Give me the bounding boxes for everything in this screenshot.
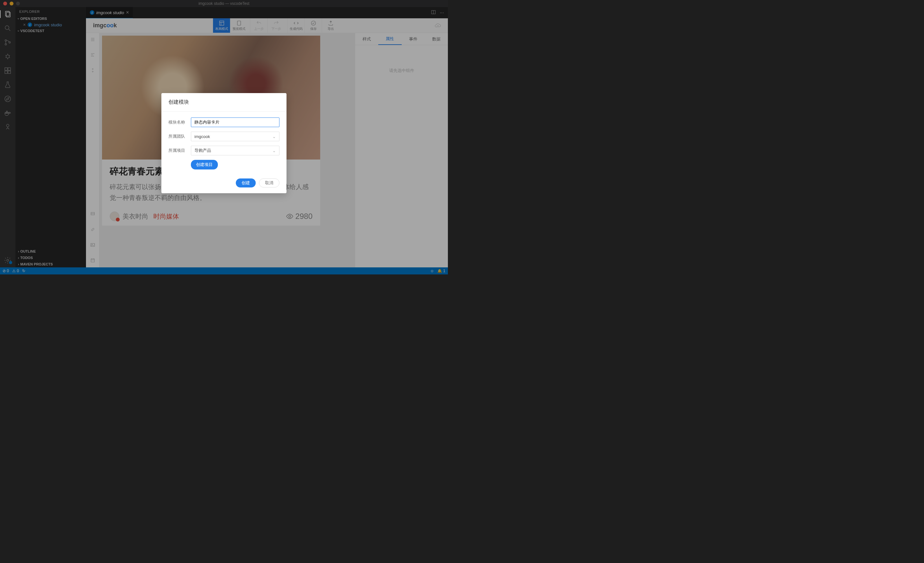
cancel-button[interactable]: 取消	[259, 179, 279, 188]
create-button[interactable]: 创建	[236, 179, 256, 188]
modal-overlay[interactable]: 创建模块 模块名称 所属团队 imgcook ⌄ 所属项目 导购产品 ⌄	[0, 0, 448, 275]
team-label: 所属团队	[168, 134, 188, 139]
create-project-button[interactable]: 创建项目	[191, 160, 218, 170]
project-label: 所属项目	[168, 148, 188, 153]
create-module-modal: 创建模块 模块名称 所属团队 imgcook ⌄ 所属项目 导购产品 ⌄	[161, 93, 286, 193]
chevron-down-icon: ⌄	[272, 134, 276, 139]
module-name-label: 模块名称	[168, 119, 188, 125]
module-name-input[interactable]	[191, 117, 279, 127]
chevron-down-icon: ⌄	[272, 148, 276, 153]
team-select[interactable]: imgcook ⌄	[191, 132, 279, 141]
project-select[interactable]: 导购产品 ⌄	[191, 146, 279, 155]
modal-title: 创建模块	[161, 93, 286, 112]
